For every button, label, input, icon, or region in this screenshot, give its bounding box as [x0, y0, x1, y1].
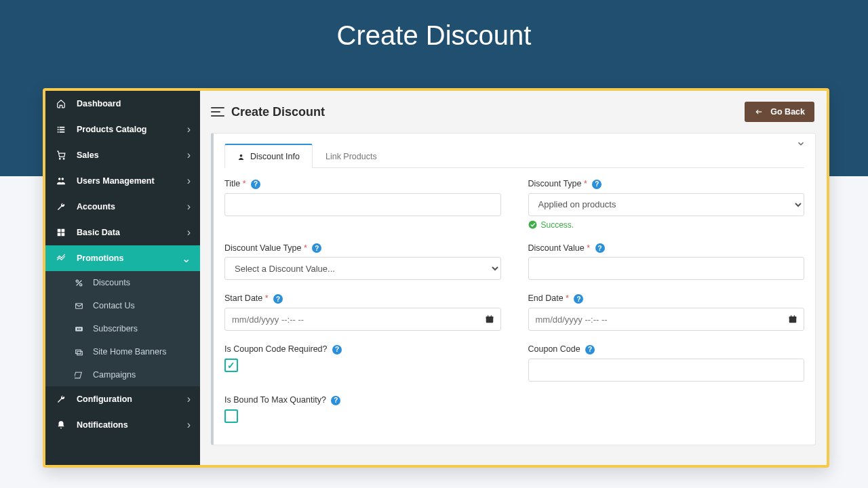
sidebar-item-accounts[interactable]: Accounts	[45, 194, 200, 220]
help-icon[interactable]: ?	[251, 180, 260, 189]
help-icon[interactable]: ?	[585, 345, 595, 354]
tab-link-products[interactable]: Link Products	[313, 144, 390, 168]
end-date-input[interactable]	[528, 308, 805, 331]
help-icon[interactable]: ?	[574, 294, 583, 304]
sidebar-item-dashboard[interactable]: Dashboard	[45, 91, 200, 117]
success-text: Success.	[541, 220, 574, 230]
label-end-date: End Date * ?	[528, 293, 805, 304]
svg-point-24	[240, 154, 243, 157]
svg-rect-21	[75, 350, 81, 353]
person-icon	[237, 153, 245, 161]
required-mark: *	[304, 243, 307, 253]
main-area: Create Discount Go Back Discount Info	[200, 91, 827, 465]
help-icon[interactable]: ?	[273, 294, 283, 304]
users-icon	[55, 176, 67, 186]
coupon-code-input[interactable]	[528, 359, 805, 382]
help-icon[interactable]: ?	[332, 345, 342, 354]
percent-icon	[73, 279, 85, 287]
discount-type-select[interactable]: Applied on products	[528, 193, 805, 216]
svg-point-16	[79, 283, 81, 285]
list-icon	[55, 125, 67, 134]
svg-rect-11	[62, 229, 65, 232]
svg-rect-2	[58, 129, 59, 130]
chevron-down-icon[interactable]	[796, 139, 806, 148]
tab-discount-info[interactable]: Discount Info	[224, 144, 313, 168]
help-icon[interactable]: ?	[595, 243, 605, 253]
required-mark: *	[243, 179, 246, 188]
sidebar-item-label: Sales	[77, 150, 187, 160]
label-bound-max: Is Bound To Max Quantity? ?	[224, 395, 501, 405]
banner-icon	[73, 348, 85, 357]
svg-point-7	[63, 158, 64, 159]
home-icon	[55, 99, 67, 108]
go-back-label: Go Back	[770, 107, 805, 117]
required-mark: *	[584, 179, 587, 188]
svg-rect-0	[58, 127, 59, 128]
sidebar-subitem-contact-us[interactable]: Contact Us	[45, 294, 200, 317]
sidebar-item-promotions[interactable]: Promotions	[45, 245, 200, 271]
bound-max-checkbox[interactable]	[224, 409, 238, 423]
label-coupon-code: Coupon Code ?	[528, 344, 805, 354]
content-scroll[interactable]: Discount Info Link Products Title * ?	[200, 133, 827, 465]
sidebar-item-basic-data[interactable]: Basic Data	[45, 220, 200, 245]
campaign-icon	[73, 371, 85, 380]
sidebar-item-label: Notifications	[77, 420, 187, 430]
sidebar-item-configuration[interactable]: Configuration	[45, 386, 200, 412]
svg-rect-4	[58, 131, 59, 133]
wrench-icon	[55, 202, 67, 211]
hero-title: Create Discount	[0, 20, 868, 51]
tabs: Discount Info Link Products	[224, 143, 804, 168]
sidebar-item-users-management[interactable]: Users Management	[45, 168, 200, 194]
sidebar-item-sales[interactable]: Sales	[45, 142, 200, 168]
help-icon[interactable]: ?	[592, 180, 601, 189]
field-discount-value: Discount Value * ?	[528, 243, 805, 281]
label-discount-value: Discount Value * ?	[528, 243, 805, 253]
screenshot-frame: Dashboard Products Catalog Sales Users M…	[43, 88, 829, 468]
tab-label: Link Products	[326, 152, 377, 161]
label-start-date: Start Date * ?	[224, 293, 501, 304]
form-card: Discount Info Link Products Title * ?	[211, 133, 816, 445]
discount-value-type-select[interactable]: Select a Discount Value...	[224, 257, 501, 280]
wrench-icon	[55, 394, 67, 404]
menu-toggle-icon[interactable]	[211, 107, 224, 117]
sidebar-subitem-discounts[interactable]: Discounts	[45, 271, 200, 294]
sidebar: Dashboard Products Catalog Sales Users M…	[45, 91, 200, 465]
field-coupon-required: Is Coupon Code Required? ?	[224, 344, 501, 382]
flickr-icon	[73, 325, 85, 333]
sidebar-item-label: Users Management	[77, 176, 187, 186]
svg-rect-18	[75, 327, 83, 331]
svg-point-9	[62, 178, 64, 180]
go-back-button[interactable]: Go Back	[745, 102, 814, 122]
field-discount-value-type: Discount Value Type * ? Select a Discoun…	[224, 243, 501, 281]
field-title: Title * ?	[224, 179, 501, 230]
sidebar-item-label: Accounts	[77, 202, 187, 211]
sidebar-subitem-campaigns[interactable]: Campaigns	[45, 363, 200, 386]
label-discount-value-type: Discount Value Type * ?	[224, 243, 501, 253]
sidebar-item-label: Dashboard	[77, 99, 191, 108]
help-icon[interactable]: ?	[312, 243, 321, 253]
svg-point-25	[528, 221, 536, 229]
sidebar-subitem-label: Contact Us	[93, 301, 135, 310]
sidebar-subitem-label: Subscribers	[93, 324, 138, 333]
help-icon[interactable]: ?	[331, 396, 340, 405]
field-discount-type: Discount Type * ? Applied on products Su…	[528, 179, 805, 230]
cart-icon	[55, 150, 67, 160]
title-input[interactable]	[224, 193, 501, 216]
sidebar-item-notifications[interactable]: Notifications	[45, 412, 200, 438]
bell-icon	[55, 420, 67, 430]
svg-rect-5	[60, 131, 65, 133]
sidebar-subitem-subscribers[interactable]: Subscribers	[45, 317, 200, 340]
required-mark: *	[566, 293, 569, 303]
sidebar-subitem-site-home-banners[interactable]: Site Home Banners	[45, 340, 200, 363]
start-date-input[interactable]	[224, 308, 501, 331]
discount-value-input[interactable]	[528, 257, 805, 280]
required-mark: *	[587, 243, 590, 253]
sidebar-submenu-promotions: Discounts Contact Us Subscribers Site Ho…	[45, 271, 200, 386]
topbar: Create Discount Go Back	[200, 91, 827, 133]
arrow-left-icon	[754, 108, 764, 115]
coupon-required-checkbox[interactable]	[224, 359, 238, 372]
required-mark: *	[265, 293, 269, 303]
sidebar-item-products-catalog[interactable]: Products Catalog	[45, 117, 200, 142]
field-start-date: Start Date * ?	[224, 293, 501, 331]
svg-rect-10	[58, 229, 61, 232]
